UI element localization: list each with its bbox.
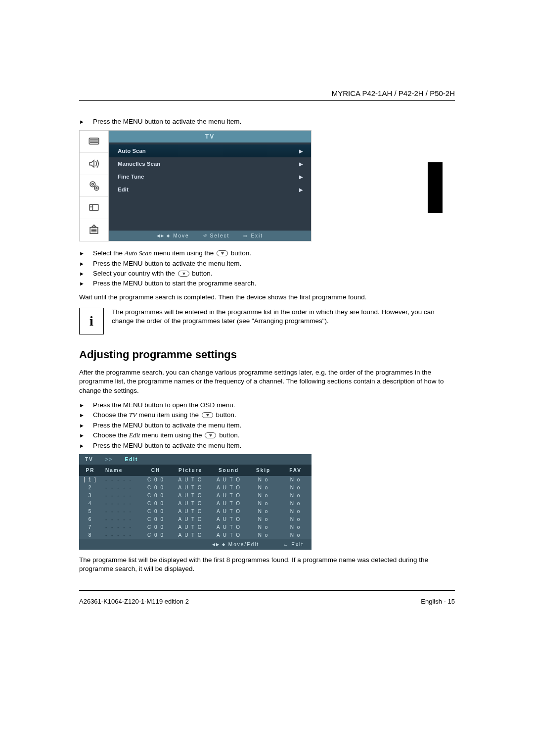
step-text: Press the MENU button to activate the me… <box>93 442 455 449</box>
step-text: Press the MENU button to start the progr… <box>93 280 455 287</box>
page-content: MYRICA P42-1AH / P42-2H / P50-2H Press t… <box>79 0 455 605</box>
sound-icon <box>80 153 108 175</box>
table-row[interactable]: 5- - - - -C 0 0A U T OA U T ON oN o <box>79 508 312 516</box>
footer-exit: ▭Exit <box>243 233 263 238</box>
svg-point-7 <box>96 188 97 189</box>
cell-fav: N o <box>279 485 312 490</box>
osd-menu-item[interactable]: Fine Tune ▶ <box>109 170 311 183</box>
cell-name: - - - - - <box>101 509 141 514</box>
cell-sound: A U T O <box>210 532 247 538</box>
step-text: Press the MENU button to activate the me… <box>93 118 455 125</box>
step-item: Choose the TV menu item using the button… <box>79 411 455 419</box>
col-sound: Sound <box>210 468 247 473</box>
footer-move-edit: ◀▶ ◆Move/Edit <box>212 542 260 547</box>
cell-name: - - - - - <box>101 493 141 498</box>
cell-ch: C 0 0 <box>141 524 171 530</box>
table-row[interactable]: 4- - - - -C 0 0A U T OA U T ON oN o <box>79 500 312 508</box>
table-row[interactable]: [ 1 ]- - - - -C 0 0A U T OA U T ON oN o <box>79 476 312 484</box>
osd-body: Auto Scan ▶ Manuelles Scan ▶ Fine Tune ▶… <box>109 142 311 231</box>
table-row[interactable]: 3- - - - -C 0 0A U T OA U T ON oN o <box>79 492 312 500</box>
osd-title: TV <box>109 131 311 142</box>
section-paragraph: After the programme search, you can chan… <box>79 368 455 395</box>
cell-pr: 8 <box>79 532 101 538</box>
nav-button-icon <box>178 271 189 277</box>
info-icon: i <box>79 308 104 334</box>
cell-ch: C 0 0 <box>141 501 171 506</box>
cell-fav: N o <box>279 493 312 498</box>
cell-pr: [ 1 ] <box>79 477 101 482</box>
osd-menu-item[interactable]: Edit ▶ <box>109 183 311 196</box>
tv-icon <box>80 131 108 153</box>
table-row[interactable]: 6- - - - -C 0 0A U T OA U T ON oN o <box>79 516 312 523</box>
osd-item-label: Edit <box>118 187 299 192</box>
step-item: Choose the Edit menu item using the butt… <box>79 431 455 439</box>
cell-skip: N o <box>247 501 279 506</box>
cell-fav: N o <box>279 532 312 538</box>
step-item: Press the MENU button to start the progr… <box>79 280 455 287</box>
footer-exit: ▭Exit <box>284 542 304 547</box>
wait-paragraph: Wait until the programme search is compl… <box>79 293 455 302</box>
cell-ch: C 0 0 <box>141 532 171 538</box>
crumb-edit: Edit <box>125 457 138 462</box>
arrows-icon: ◀▶ ◆ <box>212 542 226 547</box>
bullet-arrow-icon <box>79 411 93 419</box>
chevron-right-icon: ▶ <box>299 161 303 167</box>
table-body: [ 1 ]- - - - -C 0 0A U T OA U T ON oN o2… <box>79 476 312 539</box>
cell-sound: A U T O <box>210 493 247 498</box>
chevron-right-icon: ▶ <box>299 148 303 154</box>
cell-fav: N o <box>279 524 312 530</box>
col-fav: FAV <box>279 468 312 473</box>
header-title: MYRICA P42-1AH / P42-2H / P50-2H <box>79 89 455 97</box>
osd2-footer: ◀▶ ◆Move/Edit ▭Exit <box>79 539 312 550</box>
chevron-right-icon: ▶ <box>299 174 303 180</box>
osd-item-label: Fine Tune <box>118 174 299 180</box>
cell-skip: N o <box>247 509 279 514</box>
cell-sound: A U T O <box>210 501 247 506</box>
table-row[interactable]: 2- - - - -C 0 0A U T OA U T ON oN o <box>79 484 312 492</box>
cell-name: - - - - - <box>101 532 141 538</box>
divider-top <box>79 100 455 101</box>
cell-pr: 2 <box>79 485 101 490</box>
cell-picture: A U T O <box>171 485 210 490</box>
list-icon <box>80 219 108 241</box>
step-item: Press the MENU button to activate the me… <box>79 260 455 267</box>
cell-skip: N o <box>247 485 279 490</box>
col-skip: Skip <box>247 468 279 473</box>
cell-skip: N o <box>247 493 279 498</box>
cell-sound: A U T O <box>210 517 247 522</box>
divider-bottom <box>79 590 455 591</box>
page-footer: A26361-K1064-Z120-1-M119 edition 2 Engli… <box>79 598 455 605</box>
cell-name: - - - - - <box>101 485 141 490</box>
settings-gear-icon <box>80 175 108 197</box>
step-text: Press the MENU button to open the OSD me… <box>93 401 455 409</box>
step-text: Press the MENU button to activate the me… <box>93 422 455 429</box>
cell-ch: C 0 0 <box>141 485 171 490</box>
cell-fav: N o <box>279 517 312 522</box>
cell-name: - - - - - <box>101 524 141 530</box>
svg-point-6 <box>94 186 99 190</box>
bullet-arrow-icon <box>79 442 93 449</box>
bullet-arrow-icon <box>79 280 93 287</box>
osd-menu-item[interactable]: Auto Scan ▶ <box>109 144 311 157</box>
osd-item-label: Auto Scan <box>118 148 299 154</box>
cell-picture: A U T O <box>171 477 210 482</box>
osd-footer: ◀▶ ◆Move ⏎Select ▭Exit <box>109 231 311 241</box>
bullet-arrow-icon <box>79 249 93 257</box>
page-tab-black <box>428 162 443 213</box>
chevron-right-icon: ▶ <box>299 187 303 192</box>
cell-pr: 7 <box>79 524 101 530</box>
cell-fav: N o <box>279 509 312 514</box>
info-box: i The programmes will be entered in the … <box>79 308 455 334</box>
step-item: Press the MENU button to activate the me… <box>79 442 455 449</box>
table-row[interactable]: 7- - - - -C 0 0A U T OA U T ON oN o <box>79 523 312 531</box>
step-item: Select the Auto Scan menu item using the… <box>79 249 455 257</box>
table-row[interactable]: 8- - - - -C 0 0A U T OA U T ON oN o <box>79 531 312 539</box>
osd-menu-item[interactable]: Manuelles Scan ▶ <box>109 157 311 170</box>
cell-name: - - - - - <box>101 517 141 522</box>
osd-icon-column <box>80 131 109 241</box>
nav-button-icon <box>205 432 216 438</box>
cell-pr: 6 <box>79 517 101 522</box>
crumb-tv: TV <box>85 457 93 462</box>
osd-edit-table: TV >> Edit PR Name CH Picture Sound Skip… <box>79 454 312 550</box>
cell-picture: A U T O <box>171 524 210 530</box>
